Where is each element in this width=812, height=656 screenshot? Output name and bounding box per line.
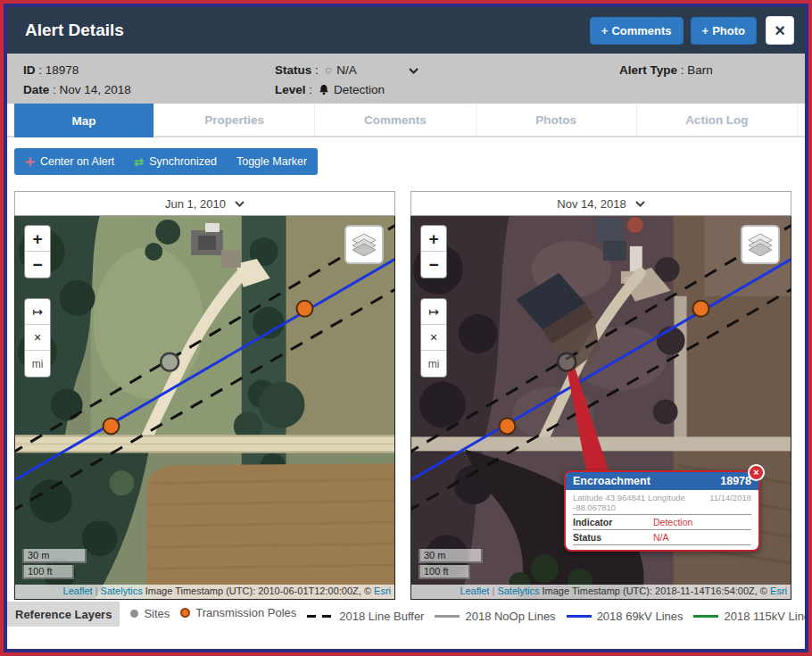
scale-meters: 30 m (418, 549, 483, 563)
layers-button[interactable] (344, 225, 384, 264)
zoom-out-button[interactable]: − (421, 252, 446, 278)
site-dot-icon (130, 610, 138, 618)
legend-item-label: 2018 69kV Lines (597, 610, 684, 623)
zoom-out-button[interactable]: − (25, 252, 50, 278)
sync-icon: ⇄ (134, 155, 144, 169)
measure-button[interactable]: ↦ (25, 299, 50, 325)
legend-item: Transmission Poles (180, 606, 296, 619)
left-attribution: Leaflet | Satelytics Image Timestamp (UT… (15, 585, 394, 599)
tab-photos[interactable]: Photos (476, 104, 637, 136)
popup-header: Encroachment 18978 (566, 472, 758, 490)
esri-link[interactable]: Esri (374, 585, 391, 596)
right-attribution: Leaflet | Satelytics Image Timestamp (UT… (411, 585, 791, 599)
tab-bar: Map Properties Comments Photos Action Lo… (7, 104, 805, 137)
tab-action-log[interactable]: Action Log (637, 104, 798, 136)
tab-comments[interactable]: Comments (315, 104, 476, 136)
reference-layers-legend: Reference Layers SitesTransmission Poles… (7, 602, 805, 627)
legend-item: 2018 Line Buffer (307, 610, 424, 623)
scale-feet: 100 ft (22, 565, 74, 579)
map-panel-left: Jun 1, 2010 (14, 191, 395, 600)
popup-id: 18978 (720, 475, 751, 487)
page-title: Alert Details (25, 21, 583, 40)
add-photo-button[interactable]: +Photo (691, 17, 757, 45)
satelytics-link[interactable]: Satelytics (497, 585, 539, 596)
status-dropdown[interactable]: Status : ○ N/A (275, 62, 619, 77)
legend-title: Reference Layers (7, 602, 120, 627)
tab-map[interactable]: Map (14, 104, 154, 137)
measure-control: ↦ × mi (420, 298, 447, 378)
toggle-marker-button[interactable]: Toggle Marker (236, 155, 307, 168)
scale-control: 30 m 100 ft (418, 549, 483, 579)
encroachment-popup: × Encroachment 18978 Latitude 43.964841 … (564, 470, 760, 552)
site-marker (558, 353, 576, 371)
legend-item-label: Sites (144, 607, 170, 620)
pole-circle-icon (180, 608, 190, 618)
alert-level: Level : Detection (275, 83, 619, 96)
alert-details-modal: Alert Details +Comments +Photo × ID : 18… (0, 0, 812, 656)
footer-strip (7, 627, 805, 649)
measure-unit-button[interactable]: mi (25, 351, 50, 377)
measure-clear-button[interactable]: × (421, 325, 446, 351)
close-icon[interactable]: × (766, 16, 794, 45)
legend-item: 2018 115kV Lines (693, 610, 805, 623)
transmission-pole-marker (297, 301, 313, 317)
line-icon (567, 615, 592, 618)
line-icon (435, 615, 460, 618)
map-toolbar: ✛ Center on Alert ⇄ Synchronized Toggle … (14, 148, 318, 175)
center-on-alert-button[interactable]: ✛ Center on Alert (25, 155, 114, 169)
status-circle-icon: ○ (325, 62, 332, 77)
legend-item: Sites (130, 607, 170, 620)
left-map[interactable]: + − ↦ × mi 30 m 100 ft (14, 216, 395, 600)
zoom-in-button[interactable]: + (25, 226, 50, 252)
add-comments-button[interactable]: +Comments (590, 17, 684, 45)
tab-properties[interactable]: Properties (154, 104, 315, 136)
legend-item: 2018 69kV Lines (567, 610, 684, 623)
scale-meters: 30 m (22, 549, 87, 563)
popup-date: 11/14/2018 (709, 493, 751, 512)
layers-icon (352, 233, 377, 256)
line-icon (693, 615, 718, 618)
left-date-selector[interactable]: Jun 1, 2010 (14, 191, 395, 216)
leaflet-link[interactable]: Leaflet (460, 585, 489, 596)
popup-close-icon[interactable]: × (748, 464, 765, 481)
layers-icon (748, 233, 773, 256)
alert-info-bar: ID : 18978 Status : ○ N/A Alert Type : B… (7, 54, 805, 104)
scale-feet: 100 ft (418, 565, 470, 579)
scale-control: 30 m 100 ft (22, 549, 87, 579)
popup-title: Encroachment (573, 475, 650, 487)
satelytics-link[interactable]: Satelytics (101, 585, 143, 596)
legend-item-label: Transmission Poles (195, 606, 296, 619)
esri-link[interactable]: Esri (770, 585, 787, 596)
chevron-down-icon (409, 63, 418, 77)
alert-type: Alert Type : Barn (619, 63, 789, 77)
map-toolbar-row: ✛ Center on Alert ⇄ Synchronized Toggle … (7, 137, 805, 179)
crosshair-icon: ✛ (25, 155, 35, 169)
measure-button[interactable]: ↦ (421, 299, 446, 325)
chevron-down-icon (635, 201, 645, 207)
dashed-line-icon (307, 615, 334, 618)
alert-id: ID : 18978 (23, 63, 275, 77)
zoom-in-button[interactable]: + (421, 226, 446, 252)
transmission-pole-marker (693, 301, 709, 317)
legend-item-label: 2018 Line Buffer (339, 610, 424, 623)
synchronized-button[interactable]: ⇄ Synchronized (134, 155, 217, 169)
legend-item-label: 2018 NoOp Lines (465, 610, 555, 623)
measure-clear-button[interactable]: × (25, 325, 50, 351)
modal-header: Alert Details +Comments +Photo × (7, 7, 805, 54)
right-map[interactable]: + − ↦ × mi × (410, 216, 791, 600)
layers-button[interactable] (741, 225, 780, 264)
site-marker (161, 353, 178, 371)
zoom-control: + − (420, 225, 447, 278)
bell-icon (319, 84, 329, 95)
left-map-imagery (15, 216, 394, 599)
popup-status-row: Status N/A (573, 530, 751, 545)
leaflet-link[interactable]: Leaflet (63, 585, 93, 596)
zoom-control: + − (24, 225, 51, 278)
popup-coordinates: Latitude 43.964841 Longitude -88.067810 … (573, 490, 751, 515)
measure-unit-button[interactable]: mi (421, 351, 446, 377)
modal-inner: Alert Details +Comments +Photo × ID : 18… (4, 4, 808, 652)
plus-icon: + (601, 24, 609, 37)
right-date-selector[interactable]: Nov 14, 2018 (410, 191, 791, 216)
plus-icon: + (702, 24, 709, 37)
alert-date: Date : Nov 14, 2018 (23, 83, 275, 96)
